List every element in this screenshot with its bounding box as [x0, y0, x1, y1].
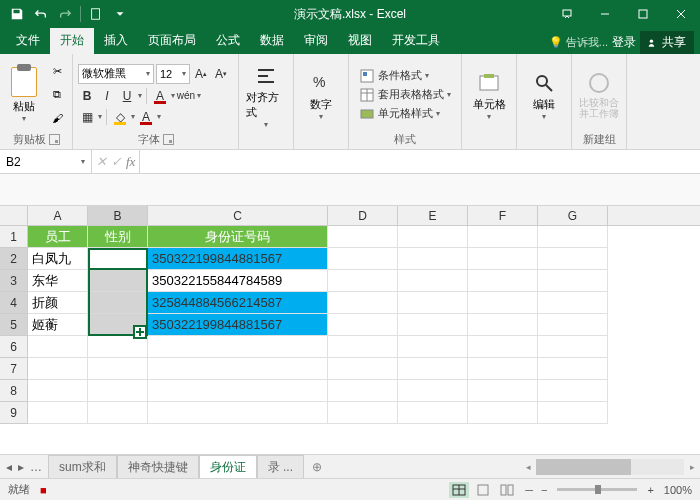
sheet-tab-rec[interactable]: 录 ...: [257, 455, 304, 479]
tab-view[interactable]: 视图: [338, 27, 382, 54]
login-link[interactable]: 登录: [612, 34, 636, 51]
cell-c4[interactable]: 325844884566214587: [148, 292, 328, 314]
rowhead-9[interactable]: 9: [0, 402, 28, 424]
save-icon[interactable]: [6, 3, 28, 25]
qat-customize-icon[interactable]: [109, 3, 131, 25]
share-button[interactable]: 共享: [640, 31, 694, 54]
tab-insert[interactable]: 插入: [94, 27, 138, 54]
view-normal-icon[interactable]: [449, 482, 469, 498]
editing-button[interactable]: 编辑▾: [522, 69, 566, 123]
rowhead-5[interactable]: 5: [0, 314, 28, 336]
cell-b5[interactable]: [88, 314, 148, 336]
border-button[interactable]: ▦: [78, 108, 96, 126]
zoom-slider[interactable]: [557, 488, 637, 491]
close-icon[interactable]: [662, 0, 700, 28]
sheet-tab-id[interactable]: 身份证: [199, 455, 257, 479]
cell-a2[interactable]: 白凤九: [28, 248, 88, 270]
cell-c5[interactable]: 350322199844881567: [148, 314, 328, 336]
cell-a4[interactable]: 折颜: [28, 292, 88, 314]
tab-nav-first-icon[interactable]: ◂: [6, 460, 12, 474]
colhead-d[interactable]: D: [328, 206, 398, 225]
cell-style-button[interactable]: 单元格样式▾: [356, 105, 454, 123]
zoom-in-icon[interactable]: +: [647, 484, 653, 496]
format-painter-icon[interactable]: 🖌: [47, 108, 67, 128]
cell-b1[interactable]: 性别: [88, 226, 148, 248]
formula-input[interactable]: [140, 150, 700, 173]
rowhead-7[interactable]: 7: [0, 358, 28, 380]
number-format-button[interactable]: % 数字▾: [299, 69, 343, 123]
new-doc-icon[interactable]: [85, 3, 107, 25]
zoom-level[interactable]: 100%: [664, 484, 692, 496]
format-table-button[interactable]: 套用表格格式▾: [356, 86, 454, 104]
select-all-corner[interactable]: [0, 206, 28, 226]
minimize-icon[interactable]: [586, 0, 624, 28]
increase-font-icon[interactable]: A▴: [192, 65, 210, 83]
cells-button[interactable]: 单元格▾: [467, 69, 511, 123]
sheet-tab-shortcut[interactable]: 神奇快捷键: [117, 455, 199, 479]
cut-icon[interactable]: ✂: [47, 62, 67, 82]
name-box[interactable]: B2▾: [0, 150, 92, 173]
undo-icon[interactable]: [30, 3, 52, 25]
rowhead-2[interactable]: 2: [0, 248, 28, 270]
rowhead-8[interactable]: 8: [0, 380, 28, 402]
alignment-button[interactable]: 对齐方式▾: [244, 62, 288, 131]
underline-button[interactable]: U: [118, 87, 136, 105]
colhead-e[interactable]: E: [398, 206, 468, 225]
cell-a5[interactable]: 姬蘅: [28, 314, 88, 336]
colhead-a[interactable]: A: [28, 206, 88, 225]
font-name-combo[interactable]: 微软雅黑▾: [78, 64, 154, 84]
conditional-format-button[interactable]: 条件格式▾: [356, 67, 454, 85]
copy-icon[interactable]: ⧉: [47, 85, 67, 105]
view-page-layout-icon[interactable]: [473, 482, 493, 498]
colhead-c[interactable]: C: [148, 206, 328, 225]
cell-c3[interactable]: 350322155844784589: [148, 270, 328, 292]
rowhead-6[interactable]: 6: [0, 336, 28, 358]
macro-record-icon[interactable]: ■: [40, 484, 47, 496]
font-size-combo[interactable]: 12▾: [156, 64, 190, 84]
tab-layout[interactable]: 页面布局: [138, 27, 206, 54]
redo-icon[interactable]: [54, 3, 76, 25]
cell-b4[interactable]: [88, 292, 148, 314]
view-page-break-icon[interactable]: [497, 482, 517, 498]
decrease-font-icon[interactable]: A▾: [212, 65, 230, 83]
worksheet: A B C D E F G 1 员工 性别 身份证号码 2 白凤九 350322…: [0, 206, 700, 454]
new-sheet-icon[interactable]: ⊕: [304, 460, 330, 474]
italic-button[interactable]: I: [98, 87, 116, 105]
colhead-b[interactable]: B: [88, 206, 148, 225]
secondary-bar: [0, 174, 700, 206]
tab-nav-more-icon[interactable]: …: [30, 460, 42, 474]
bold-button[interactable]: B: [78, 87, 96, 105]
fill-color-button[interactable]: ◇: [111, 108, 129, 126]
rowhead-4[interactable]: 4: [0, 292, 28, 314]
tell-me[interactable]: 💡 告诉我...: [549, 35, 608, 50]
paste-button[interactable]: 粘贴 ▾: [5, 67, 43, 123]
font-color2-button[interactable]: A: [137, 108, 155, 126]
phonetic-button[interactable]: wén: [177, 87, 195, 105]
tab-review[interactable]: 审阅: [294, 27, 338, 54]
font-color-button[interactable]: A: [151, 87, 169, 105]
insert-function-icon[interactable]: fx: [126, 154, 135, 170]
zoom-out-icon[interactable]: −: [541, 484, 547, 496]
tab-developer[interactable]: 开发工具: [382, 27, 450, 54]
cell-c2[interactable]: 350322199844881567: [148, 248, 328, 270]
tab-file[interactable]: 文件: [6, 27, 50, 54]
cell-c1[interactable]: 身份证号码: [148, 226, 328, 248]
clipboard-dialog-icon[interactable]: [49, 134, 60, 145]
font-dialog-icon[interactable]: [163, 134, 174, 145]
sheet-tab-sum[interactable]: sum求和: [48, 455, 117, 479]
colhead-f[interactable]: F: [468, 206, 538, 225]
cell-b3[interactable]: [88, 270, 148, 292]
horizontal-scrollbar[interactable]: ◂ ▸: [520, 459, 700, 475]
rowhead-1[interactable]: 1: [0, 226, 28, 248]
tab-formulas[interactable]: 公式: [206, 27, 250, 54]
cell-b2[interactable]: [88, 248, 148, 270]
tab-home[interactable]: 开始: [50, 27, 94, 54]
ribbon-options-icon[interactable]: [548, 0, 586, 28]
rowhead-3[interactable]: 3: [0, 270, 28, 292]
cell-a1[interactable]: 员工: [28, 226, 88, 248]
cell-a3[interactable]: 东华: [28, 270, 88, 292]
colhead-g[interactable]: G: [538, 206, 608, 225]
tab-nav-last-icon[interactable]: ▸: [18, 460, 24, 474]
tab-data[interactable]: 数据: [250, 27, 294, 54]
maximize-icon[interactable]: [624, 0, 662, 28]
